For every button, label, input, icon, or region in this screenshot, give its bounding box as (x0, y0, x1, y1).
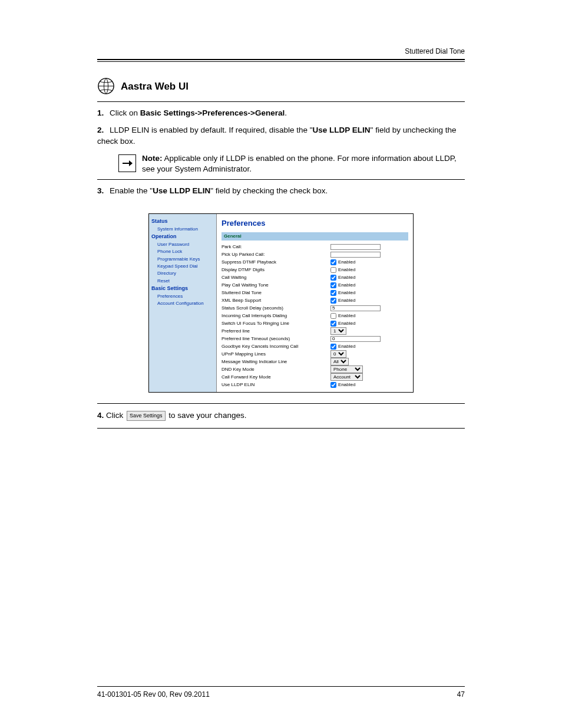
lbl-gk: Goodbye Key Cancels Incoming Call (222, 344, 330, 350)
sidebar: Status System Information Operation User… (149, 214, 217, 392)
sidebar-item-acct[interactable]: Account Configuration (151, 300, 214, 307)
upnp-select[interactable]: 0 (330, 350, 346, 358)
lbl-cfkm: Call Forward Key Mode (222, 374, 330, 380)
section-title: Aastra Web UI (121, 77, 189, 93)
sidebar-item-speeddial[interactable]: Keypad Speed Dial (151, 263, 214, 270)
lbl-dnd: DND Key Mode (222, 367, 330, 373)
step-rule-top (97, 101, 465, 102)
pl-select[interactable]: 1 (330, 327, 346, 335)
svg-marker-2 (129, 160, 133, 166)
sidebar-item-sysinfo[interactable]: System Information (151, 226, 214, 233)
lbl-plt: Preferred line Timeout (seconds) (222, 336, 330, 342)
globe-icon (97, 77, 115, 97)
page-footer: 41-001301-05 Rev 00, Rev 09.2011 47 (97, 686, 465, 699)
sidebar-item-progkeys[interactable]: Programmable Keys (151, 256, 214, 263)
lbl-dtmfd: Display DTMF Digits (222, 267, 330, 273)
lbl-icid: Incoming Call Interrupts Dialing (222, 313, 330, 319)
header-rule-thick (97, 59, 465, 60)
sidebar-item-phonelock[interactable]: Phone Lock (151, 248, 214, 255)
plt-input[interactable] (330, 336, 381, 342)
lbl-ssd: Status Scroll Delay (seconds) (222, 305, 330, 311)
lbl-cw: Call Waiting (222, 275, 330, 281)
sidebar-item-prefs[interactable]: Preferences (151, 293, 214, 300)
lbl-pl: Preferred line (222, 328, 330, 334)
xml-check[interactable] (330, 298, 336, 304)
lbl-park: Park Call: (222, 244, 330, 250)
icid-check[interactable] (330, 313, 336, 319)
lbl-suf: Switch UI Focus To Ringing Line (222, 321, 330, 327)
embedded-screenshot: Status System Information Operation User… (148, 213, 414, 393)
cw-check[interactable] (330, 275, 336, 281)
lbl-pcwt: Play Call Waiting Tone (222, 282, 330, 288)
save-settings-button[interactable]: Save Settings (127, 411, 166, 421)
dtmfd-check[interactable] (330, 267, 336, 273)
lbl-lldp: Use LLDP ELIN (222, 382, 330, 388)
sidebar-status[interactable]: Status (151, 218, 214, 226)
arrow-right-icon (118, 154, 136, 172)
header-rule-thin (97, 61, 465, 62)
sdt-check[interactable] (330, 290, 336, 296)
footer-page: 47 (457, 690, 465, 699)
note-box: Note: Applicable only if LLDP is enabled… (118, 153, 465, 174)
section-bar-general: General (222, 232, 408, 241)
mwi-select[interactable]: All (330, 358, 349, 365)
step-rule-bottom (97, 403, 465, 404)
step-3: 3. Enable the "Use LLDP ELIN" field by c… (97, 186, 465, 197)
sidebar-item-reset[interactable]: Reset (151, 278, 214, 285)
cfkm-select[interactable]: Account (330, 373, 363, 381)
lbl-xml: XML Beep Support (222, 298, 330, 304)
sidebar-operation[interactable]: Operation (151, 233, 214, 241)
step-rule-end (97, 428, 465, 429)
lbl-dtmf: Suppress DTMF Playback (222, 259, 330, 265)
sidebar-basic[interactable]: Basic Settings (151, 285, 214, 293)
park-input[interactable] (330, 244, 381, 250)
lbl-upnp: UPnP Mapping Lines (222, 351, 330, 357)
step-4: 4. Click Save Settings to save your chan… (97, 410, 465, 421)
lldp-check[interactable] (330, 382, 336, 388)
step-rule-mid (97, 179, 465, 180)
ssd-input[interactable] (330, 305, 381, 311)
page-title: Preferences (222, 219, 408, 229)
lbl-sdt: Stuttered Dial Tone (222, 290, 330, 296)
step-2: 2. LLDP ELIN is enabled by default. If r… (97, 125, 465, 147)
sidebar-item-directory[interactable]: Directory (151, 270, 214, 277)
lbl-mwi: Message Waiting Indicator Line (222, 359, 330, 365)
lbl-pickup: Pick Up Parked Call: (222, 252, 330, 258)
footer-left: 41-001301-05 Rev 00, Rev 09.2011 (97, 690, 210, 699)
step-1: 1. Click on Basic Settings->Preferences-… (97, 108, 465, 119)
main-panel: Preferences General Park Call: Pick Up P… (217, 214, 413, 392)
gk-check[interactable] (330, 344, 336, 350)
pcwt-check[interactable] (330, 282, 336, 288)
dtmf-check[interactable] (330, 259, 336, 265)
pickup-input[interactable] (330, 252, 381, 258)
dnd-select[interactable]: Phone (330, 365, 363, 373)
suf-check[interactable] (330, 321, 336, 327)
header-section-name: Stuttered Dial Tone (97, 47, 465, 55)
sidebar-item-userpwd[interactable]: User Password (151, 241, 214, 248)
